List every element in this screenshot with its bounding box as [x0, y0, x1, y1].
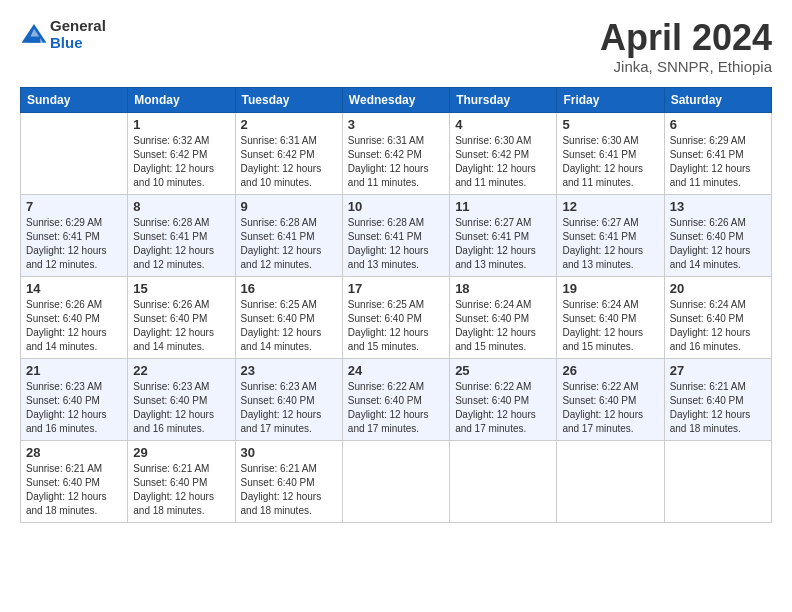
calendar-cell: 22Sunrise: 6:23 AMSunset: 6:40 PMDayligh…: [128, 358, 235, 440]
day-number: 5: [562, 117, 658, 132]
calendar-cell: 10Sunrise: 6:28 AMSunset: 6:41 PMDayligh…: [342, 194, 449, 276]
day-info: Sunrise: 6:30 AMSunset: 6:42 PMDaylight:…: [455, 134, 551, 190]
day-number: 29: [133, 445, 229, 460]
day-number: 13: [670, 199, 766, 214]
day-number: 6: [670, 117, 766, 132]
logo-icon: [20, 21, 48, 49]
svg-rect-3: [28, 36, 40, 42]
day-info: Sunrise: 6:32 AMSunset: 6:42 PMDaylight:…: [133, 134, 229, 190]
calendar-cell: 21Sunrise: 6:23 AMSunset: 6:40 PMDayligh…: [21, 358, 128, 440]
day-info: Sunrise: 6:28 AMSunset: 6:41 PMDaylight:…: [348, 216, 444, 272]
day-info: Sunrise: 6:24 AMSunset: 6:40 PMDaylight:…: [455, 298, 551, 354]
day-info: Sunrise: 6:26 AMSunset: 6:40 PMDaylight:…: [670, 216, 766, 272]
day-info: Sunrise: 6:21 AMSunset: 6:40 PMDaylight:…: [26, 462, 122, 518]
page: General Blue April 2024 Jinka, SNNPR, Et…: [0, 0, 792, 612]
day-info: Sunrise: 6:25 AMSunset: 6:40 PMDaylight:…: [348, 298, 444, 354]
day-info: Sunrise: 6:27 AMSunset: 6:41 PMDaylight:…: [455, 216, 551, 272]
day-number: 12: [562, 199, 658, 214]
day-number: 26: [562, 363, 658, 378]
day-info: Sunrise: 6:24 AMSunset: 6:40 PMDaylight:…: [562, 298, 658, 354]
day-number: 20: [670, 281, 766, 296]
day-number: 22: [133, 363, 229, 378]
header: General Blue April 2024 Jinka, SNNPR, Et…: [20, 18, 772, 75]
title-block: April 2024 Jinka, SNNPR, Ethiopia: [600, 18, 772, 75]
calendar-week-4: 21Sunrise: 6:23 AMSunset: 6:40 PMDayligh…: [21, 358, 772, 440]
calendar-cell: 9Sunrise: 6:28 AMSunset: 6:41 PMDaylight…: [235, 194, 342, 276]
logo: General Blue: [20, 18, 106, 51]
day-number: 16: [241, 281, 337, 296]
calendar-week-2: 7Sunrise: 6:29 AMSunset: 6:41 PMDaylight…: [21, 194, 772, 276]
calendar-cell: 15Sunrise: 6:26 AMSunset: 6:40 PMDayligh…: [128, 276, 235, 358]
calendar-cell: 3Sunrise: 6:31 AMSunset: 6:42 PMDaylight…: [342, 112, 449, 194]
day-number: 21: [26, 363, 122, 378]
day-number: 27: [670, 363, 766, 378]
day-number: 14: [26, 281, 122, 296]
col-header-sunday: Sunday: [21, 87, 128, 112]
calendar-cell: 12Sunrise: 6:27 AMSunset: 6:41 PMDayligh…: [557, 194, 664, 276]
calendar-header-row: SundayMondayTuesdayWednesdayThursdayFrid…: [21, 87, 772, 112]
day-info: Sunrise: 6:22 AMSunset: 6:40 PMDaylight:…: [348, 380, 444, 436]
day-info: Sunrise: 6:28 AMSunset: 6:41 PMDaylight:…: [241, 216, 337, 272]
day-number: 7: [26, 199, 122, 214]
day-number: 15: [133, 281, 229, 296]
day-number: 3: [348, 117, 444, 132]
calendar-cell: 16Sunrise: 6:25 AMSunset: 6:40 PMDayligh…: [235, 276, 342, 358]
day-number: 25: [455, 363, 551, 378]
day-number: 2: [241, 117, 337, 132]
calendar-cell: 25Sunrise: 6:22 AMSunset: 6:40 PMDayligh…: [450, 358, 557, 440]
day-number: 4: [455, 117, 551, 132]
day-info: Sunrise: 6:21 AMSunset: 6:40 PMDaylight:…: [670, 380, 766, 436]
calendar-cell: 20Sunrise: 6:24 AMSunset: 6:40 PMDayligh…: [664, 276, 771, 358]
day-info: Sunrise: 6:21 AMSunset: 6:40 PMDaylight:…: [241, 462, 337, 518]
day-info: Sunrise: 6:23 AMSunset: 6:40 PMDaylight:…: [241, 380, 337, 436]
calendar-cell: 26Sunrise: 6:22 AMSunset: 6:40 PMDayligh…: [557, 358, 664, 440]
day-info: Sunrise: 6:26 AMSunset: 6:40 PMDaylight:…: [133, 298, 229, 354]
day-info: Sunrise: 6:31 AMSunset: 6:42 PMDaylight:…: [348, 134, 444, 190]
day-info: Sunrise: 6:26 AMSunset: 6:40 PMDaylight:…: [26, 298, 122, 354]
day-info: Sunrise: 6:25 AMSunset: 6:40 PMDaylight:…: [241, 298, 337, 354]
calendar-cell: [342, 440, 449, 522]
calendar-cell: 14Sunrise: 6:26 AMSunset: 6:40 PMDayligh…: [21, 276, 128, 358]
col-header-tuesday: Tuesday: [235, 87, 342, 112]
calendar-cell: 29Sunrise: 6:21 AMSunset: 6:40 PMDayligh…: [128, 440, 235, 522]
col-header-thursday: Thursday: [450, 87, 557, 112]
day-info: Sunrise: 6:27 AMSunset: 6:41 PMDaylight:…: [562, 216, 658, 272]
day-number: 9: [241, 199, 337, 214]
day-number: 28: [26, 445, 122, 460]
col-header-friday: Friday: [557, 87, 664, 112]
day-number: 1: [133, 117, 229, 132]
calendar-cell: 5Sunrise: 6:30 AMSunset: 6:41 PMDaylight…: [557, 112, 664, 194]
day-info: Sunrise: 6:31 AMSunset: 6:42 PMDaylight:…: [241, 134, 337, 190]
col-header-wednesday: Wednesday: [342, 87, 449, 112]
day-number: 30: [241, 445, 337, 460]
day-number: 11: [455, 199, 551, 214]
day-info: Sunrise: 6:22 AMSunset: 6:40 PMDaylight:…: [562, 380, 658, 436]
day-number: 10: [348, 199, 444, 214]
calendar-cell: [557, 440, 664, 522]
location: Jinka, SNNPR, Ethiopia: [600, 58, 772, 75]
calendar-cell: 19Sunrise: 6:24 AMSunset: 6:40 PMDayligh…: [557, 276, 664, 358]
day-number: 17: [348, 281, 444, 296]
calendar-cell: 2Sunrise: 6:31 AMSunset: 6:42 PMDaylight…: [235, 112, 342, 194]
day-number: 18: [455, 281, 551, 296]
day-number: 23: [241, 363, 337, 378]
calendar-cell: 23Sunrise: 6:23 AMSunset: 6:40 PMDayligh…: [235, 358, 342, 440]
day-info: Sunrise: 6:21 AMSunset: 6:40 PMDaylight:…: [133, 462, 229, 518]
calendar-cell: [450, 440, 557, 522]
day-info: Sunrise: 6:24 AMSunset: 6:40 PMDaylight:…: [670, 298, 766, 354]
calendar-week-1: 1Sunrise: 6:32 AMSunset: 6:42 PMDaylight…: [21, 112, 772, 194]
day-info: Sunrise: 6:29 AMSunset: 6:41 PMDaylight:…: [26, 216, 122, 272]
calendar-cell: 8Sunrise: 6:28 AMSunset: 6:41 PMDaylight…: [128, 194, 235, 276]
calendar-cell: 6Sunrise: 6:29 AMSunset: 6:41 PMDaylight…: [664, 112, 771, 194]
calendar-cell: 11Sunrise: 6:27 AMSunset: 6:41 PMDayligh…: [450, 194, 557, 276]
day-info: Sunrise: 6:22 AMSunset: 6:40 PMDaylight:…: [455, 380, 551, 436]
col-header-saturday: Saturday: [664, 87, 771, 112]
day-info: Sunrise: 6:30 AMSunset: 6:41 PMDaylight:…: [562, 134, 658, 190]
calendar-cell: 17Sunrise: 6:25 AMSunset: 6:40 PMDayligh…: [342, 276, 449, 358]
calendar-cell: [21, 112, 128, 194]
calendar-cell: 1Sunrise: 6:32 AMSunset: 6:42 PMDaylight…: [128, 112, 235, 194]
calendar-cell: 24Sunrise: 6:22 AMSunset: 6:40 PMDayligh…: [342, 358, 449, 440]
col-header-monday: Monday: [128, 87, 235, 112]
day-number: 19: [562, 281, 658, 296]
month-year: April 2024: [600, 18, 772, 58]
